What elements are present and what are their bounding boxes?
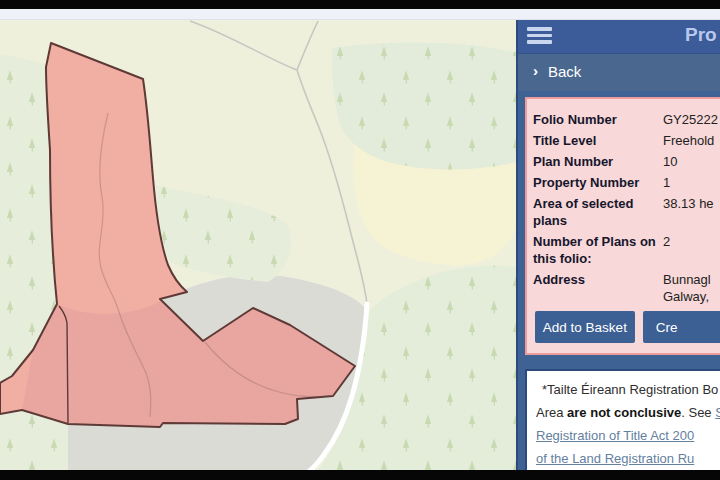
back-chevron-icon: › xyxy=(533,62,538,79)
top-black-bar xyxy=(0,0,720,9)
panel-header: Pro xyxy=(518,20,720,53)
detail-row-folio-number: Folio Number GY25222 xyxy=(533,111,720,128)
back-label: Back xyxy=(548,63,581,80)
details-actions: Add to Basket Cre xyxy=(533,311,720,343)
disclaimer-line1: *Tailte Éireann Registration Bo xyxy=(536,378,720,401)
disclaimer-link-line3[interactable]: Registration of Title Act 200 xyxy=(536,424,720,447)
disclaimer-box: *Tailte Éireann Registration Bo Area are… xyxy=(525,369,720,480)
disclaimer-line2: Area are not conclusive. See S xyxy=(536,401,720,424)
create-button[interactable]: Cre xyxy=(643,311,720,343)
browser-chrome-strip xyxy=(0,9,720,20)
detail-row-address: Address Bunnagl Galway, xyxy=(533,271,720,305)
detail-row-plan-count: Number of Plans on this folio: 2 xyxy=(533,233,720,267)
disclaimer-link-start[interactable]: S xyxy=(715,405,720,420)
detail-row-area: Area of selected plans 38.13 he xyxy=(533,195,720,229)
back-button[interactable]: › Back xyxy=(518,53,720,91)
detail-row-property-number: Property Number 1 xyxy=(533,174,720,191)
panel-title: Pro xyxy=(685,24,717,46)
bottom-black-bar xyxy=(0,470,720,480)
detail-row-plan-number: Plan Number 10 xyxy=(533,153,720,170)
menu-icon[interactable] xyxy=(527,27,552,46)
detail-row-title-level: Title Level Freehold xyxy=(533,132,720,149)
folio-details-box: Folio Number GY25222 Title Level Freehol… xyxy=(525,97,720,355)
disclaimer-link-line4[interactable]: of the Land Registration Ru xyxy=(536,447,720,470)
add-to-basket-button[interactable]: Add to Basket xyxy=(535,311,635,343)
property-panel: Pro › Back Folio Number GY25222 Title Le… xyxy=(516,20,720,470)
